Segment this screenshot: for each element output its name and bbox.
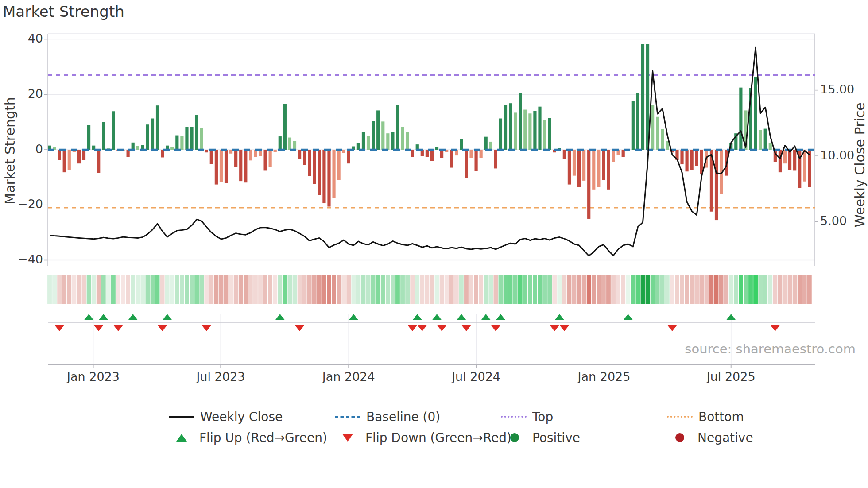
strength-bar-negative (597, 150, 600, 187)
strength-bar-positive (381, 121, 384, 150)
legend-label: Negative (698, 430, 753, 445)
heatmap-cell (155, 275, 160, 304)
heatmap-cell (288, 275, 292, 304)
strength-bar-negative (607, 150, 610, 190)
heatmap-cell (219, 275, 224, 304)
strength-bar-negative (254, 150, 257, 157)
heatmap-cell (435, 275, 439, 304)
flip-up-marker (432, 314, 442, 320)
strength-bar-positive (288, 138, 291, 150)
heatmap-cell (101, 275, 106, 304)
heatmap-cell (655, 275, 660, 304)
strength-bar-negative (269, 150, 272, 167)
heatmap-cell (268, 275, 272, 304)
heatmap-cell (327, 275, 331, 304)
heatmap-cell (121, 275, 125, 304)
strength-bar-negative (469, 150, 473, 158)
heatmap-cell (783, 275, 787, 304)
flip-down-marker (559, 325, 569, 331)
heatmap-cell (381, 275, 385, 304)
x-tick-label: Jan 2023 (66, 370, 120, 383)
heatmap-cell (234, 275, 238, 304)
strength-bar-negative (58, 150, 61, 160)
heatmap-cell (180, 275, 184, 304)
strength-bar-positive (656, 117, 659, 150)
strength-bar-positive (484, 137, 488, 150)
strength-bar-positive (391, 132, 394, 150)
strength-bar-negative (690, 150, 694, 170)
heatmap-cell (690, 275, 694, 304)
strength-bar-negative (680, 150, 683, 164)
heatmap-cell (400, 275, 405, 304)
heatmap-cell (601, 275, 606, 304)
strength-bar-negative (274, 150, 277, 152)
strength-bar-positive (87, 125, 90, 150)
heatmap-cell (209, 275, 213, 304)
heatmap-cell (699, 275, 704, 304)
strength-bar-negative (337, 150, 341, 180)
heatmap-cell (165, 275, 170, 304)
strength-bar-negative (97, 150, 100, 173)
heatmap-cell (341, 275, 346, 304)
strength-bar-positive (651, 105, 654, 150)
heatmap-cell (239, 275, 243, 304)
heatmap-cell (597, 275, 601, 304)
flip-down-marker (667, 325, 677, 331)
heatmap-cell (798, 275, 802, 304)
flip-up-marker (412, 314, 422, 320)
heatmap-cell (253, 275, 258, 304)
strength-bar-positive (362, 132, 365, 150)
strength-bar-positive (156, 105, 159, 150)
legend-label: Top (532, 410, 553, 424)
heatmap-cell (582, 275, 586, 304)
baseline-swatch-icon (335, 416, 360, 418)
x-tick-label: Jul 2023 (195, 370, 245, 383)
strength-bar-negative (308, 150, 311, 176)
strength-bar-negative (347, 150, 350, 163)
flip-down-marker (461, 325, 471, 331)
strength-bar-positive (548, 118, 551, 150)
heatmap-cell (67, 275, 71, 304)
strength-bar-negative (82, 150, 85, 160)
flip-down-marker (407, 325, 417, 331)
flip-up-triangle-icon (176, 434, 187, 442)
strength-bar-positive (406, 132, 409, 150)
heatmap-cell (547, 275, 552, 304)
strength-bar-negative (808, 150, 811, 187)
strength-bar-positive (519, 93, 522, 150)
flip-down-marker (94, 325, 104, 331)
heatmap-cell (719, 275, 724, 304)
strength-bar-negative (327, 150, 330, 207)
strength-bar-negative (249, 150, 252, 160)
flip-down-marker (770, 325, 780, 331)
legend-label: Positive (532, 430, 580, 445)
heatmap-cell (82, 275, 86, 304)
strength-bar-positive (372, 121, 375, 150)
negative-dot-icon (675, 433, 684, 442)
strength-bar-positive (523, 110, 527, 150)
left-tick-label: 20 (28, 87, 43, 101)
strength-bar-negative (695, 150, 698, 166)
heatmap-cell (425, 275, 429, 304)
strength-bar-negative (220, 150, 223, 182)
heatmap-cell (675, 275, 679, 304)
strength-bar-negative (779, 150, 782, 172)
top-line-swatch-icon (501, 416, 527, 418)
strength-bar-negative (313, 150, 316, 184)
heatmap-cell (47, 275, 52, 304)
heatmap-cell (263, 275, 267, 304)
heatmap-cell (57, 275, 62, 304)
heatmap-cell (518, 275, 523, 304)
heatmap-cell (361, 275, 366, 304)
strength-bar-positive (489, 142, 492, 150)
heatmap-cell (87, 275, 91, 304)
strength-bar-positive (641, 44, 644, 150)
heatmap-cell (62, 275, 66, 304)
strength-bar-negative (332, 150, 335, 198)
heatmap-cell (332, 275, 336, 304)
heatmap-cell (92, 275, 96, 304)
strength-bar-positive (435, 147, 438, 150)
heatmap-cell (440, 275, 444, 304)
strength-bar-positive (146, 124, 149, 150)
heatmap-cell (151, 275, 155, 304)
